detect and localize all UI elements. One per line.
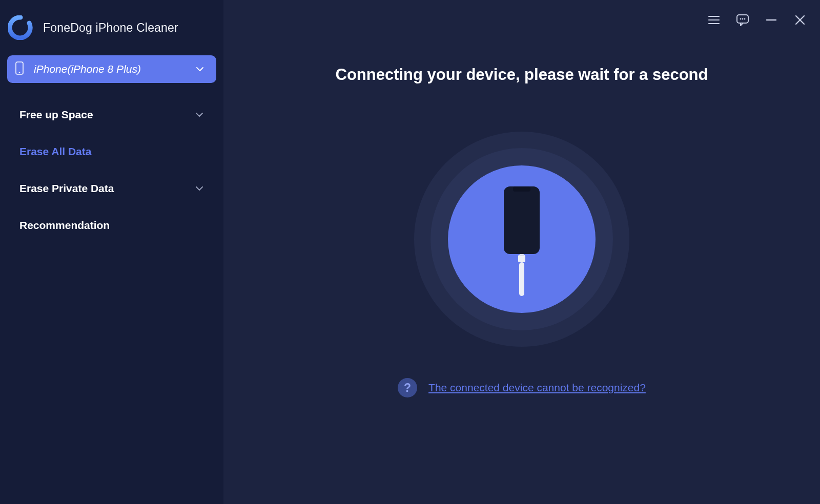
minimize-button[interactable]	[763, 11, 780, 29]
help-link[interactable]: The connected device cannot be recognize…	[428, 382, 646, 394]
device-label: iPhone(iPhone 8 Plus)	[34, 63, 195, 75]
close-button[interactable]	[791, 11, 809, 29]
brand: FoneDog iPhone Cleaner	[5, 12, 218, 54]
svg-rect-19	[519, 262, 524, 296]
main-area: Connecting your device, please wait for …	[223, 0, 820, 504]
sidebar-item-label: Free up Space	[19, 109, 93, 121]
sidebar-item-label: Recommendation	[19, 219, 110, 232]
feedback-button[interactable]	[734, 11, 751, 29]
svg-point-1	[19, 72, 20, 73]
chevron-down-icon	[195, 110, 204, 119]
connecting-device-illustration	[412, 129, 632, 349]
help-icon: ?	[398, 378, 417, 397]
app-logo	[8, 15, 33, 40]
sidebar-item-label: Erase All Data	[19, 145, 91, 158]
app-title: FoneDog iPhone Cleaner	[43, 21, 178, 35]
svg-rect-17	[518, 255, 525, 262]
svg-rect-18	[520, 254, 524, 256]
svg-point-8	[744, 18, 746, 20]
menu-button[interactable]	[705, 11, 723, 29]
sidebar-item-erase-all-data[interactable]: Erase All Data	[5, 133, 218, 170]
svg-point-7	[742, 18, 744, 20]
svg-rect-16	[513, 186, 530, 192]
svg-rect-15	[504, 186, 540, 254]
sidebar-item-recommendation[interactable]: Recommendation	[5, 207, 218, 244]
help-row: ? The connected device cannot be recogni…	[398, 378, 646, 397]
sidebar-item-free-up-space[interactable]: Free up Space	[5, 96, 218, 133]
help-symbol: ?	[404, 381, 411, 395]
phone-icon	[15, 61, 26, 77]
device-selector[interactable]: iPhone(iPhone 8 Plus)	[7, 55, 216, 83]
sidebar-item-label: Erase Private Data	[19, 182, 114, 195]
svg-point-6	[740, 18, 742, 20]
chevron-down-icon	[195, 184, 204, 193]
window-controls	[705, 11, 809, 29]
chevron-down-icon	[195, 64, 205, 74]
sidebar: FoneDog iPhone Cleaner iPhone(iPhone 8 P…	[0, 0, 223, 504]
sidebar-item-erase-private-data[interactable]: Erase Private Data	[5, 170, 218, 207]
page-title: Connecting your device, please wait for …	[336, 66, 708, 84]
